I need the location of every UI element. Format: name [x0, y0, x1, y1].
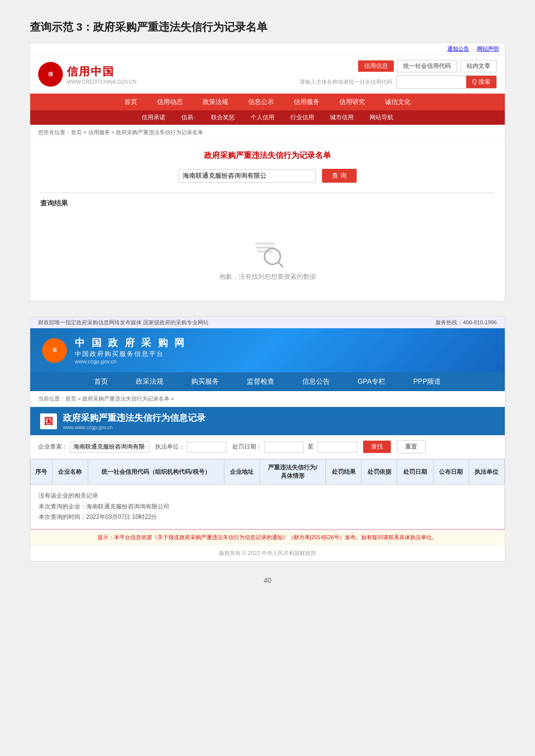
org-input[interactable]: [187, 442, 226, 453]
site2-nav-home[interactable]: 首页: [80, 372, 122, 391]
company-search-field: 企业查索：: [38, 442, 149, 453]
nav1-info-disclosure[interactable]: 信息公示: [238, 94, 284, 110]
col-punish-date: 处罚日期: [397, 459, 433, 485]
company-label: 企业查索：: [38, 443, 68, 451]
statement-link[interactable]: 网站声明: [477, 45, 499, 52]
svg-rect-0: [255, 243, 275, 245]
site2-nav-purchase[interactable]: 购买服务: [177, 372, 233, 391]
date-label: 处罚日期：: [232, 443, 262, 451]
site1-search-row: 请输入主体名称或者统一社会信用代码 Q 搜索: [300, 75, 497, 89]
nav2-industry-credit[interactable]: 行业信用: [282, 110, 322, 125]
records-table: 序号 企业名称 统一社会信用代码（组织机构代码/税号） 企业地址 严重违法失信行…: [30, 459, 505, 529]
site1-tabs: 信用信息 统一社会信用代码 站内文章: [358, 60, 497, 72]
logo-text: 信用中国 WWW.CREDITCHINA.GOV.CN: [67, 64, 136, 85]
site2-container: 财政部唯一指定政府采购信息网络发布媒体 国家级政府的采购专业网站 服务热线：40…: [30, 316, 505, 561]
content-title: 政府采购严重违法失信行为记录名单: [40, 151, 495, 161]
empty-state: 抱歉，没有找到您想要搜索的数据: [40, 218, 495, 291]
nav2-personal-credit[interactable]: 个人信用: [243, 110, 282, 125]
nav2-joint-reward[interactable]: 联合奖惩: [203, 110, 243, 125]
empty-line2: 本次查询的企业：海南联通克服纷咨询询有限公司: [39, 502, 496, 512]
search-input[interactable]: [397, 77, 466, 88]
nav2-site-nav[interactable]: 网站导航: [362, 110, 401, 125]
search-button[interactable]: Q 搜索: [466, 76, 496, 88]
date-from-input[interactable]: [264, 442, 304, 453]
date-to-input[interactable]: [318, 442, 357, 453]
col-enforcer: 执法单位: [469, 459, 504, 485]
site2-logo-text: 中 国 政 府 采 购 网 中国政府购买服务信息平台 www.ccgp.gov.…: [75, 336, 186, 364]
site2-tip: 提示：本平台信息依据《关于报送政府采购严重违法失信行为信息记录的通知》（财办库[…: [30, 529, 505, 545]
col-basis: 处罚依据: [362, 459, 397, 485]
results-title: 查询结果: [40, 199, 495, 208]
topbar-left: 财政部唯一指定政府采购信息网络发布媒体 国家级政府的采购专业网站: [38, 319, 209, 326]
nav2-city-credit[interactable]: 城市信用: [322, 110, 362, 125]
query-button[interactable]: 查 询: [322, 169, 357, 183]
site1-breadcrumb: 您所在位置：首页 > 信用服务 > 政府采购严重违法失信行为记录名单: [30, 125, 505, 141]
site1-search-area: 信用信息 统一社会信用代码 站内文章 请输入主体名称或者统一社会信用代码 Q 搜…: [146, 60, 497, 89]
date-to-separator: 至: [308, 443, 314, 451]
nav1-credit-research[interactable]: 信用研究: [329, 94, 375, 110]
record-header: 国 政府采购严重违法失信行为信息记录 www.www.ccgp.gov.cn: [30, 407, 505, 435]
nav1-home[interactable]: 首页: [114, 94, 147, 110]
site2-reset-button[interactable]: 重置: [397, 440, 426, 454]
nav1-policy[interactable]: 政策法规: [193, 94, 238, 110]
site2-topbar: 财政部唯一指定政府采购信息网络发布媒体 国家级政府的采购专业网站 服务热线：40…: [30, 317, 505, 328]
tab-credit-info[interactable]: 信用信息: [358, 60, 394, 72]
col-no: 序号: [31, 459, 53, 485]
table-header-row: 序号 企业名称 统一社会信用代码（组织机构代码/税号） 企业地址 严重违法失信行…: [31, 459, 505, 485]
company-search-input[interactable]: [178, 169, 316, 183]
section-title: 查询示范 3：政府采购严重违法失信行为记录名单: [30, 20, 505, 35]
notice-link[interactable]: 通知公告: [447, 45, 469, 52]
search-hint: 请输入主体名称或者统一社会信用代码: [300, 78, 392, 86]
site2-logo-url: www.ccgp.gov.cn: [75, 358, 186, 364]
date-search-field: 处罚日期： 至: [232, 442, 357, 453]
site2-logo-icon: 采: [42, 338, 67, 363]
logo-url: WWW.CREDITCHINA.GOV.CN: [67, 79, 136, 85]
org-label: 执法单位：: [155, 443, 185, 451]
org-search-field: 执法单位：: [155, 442, 226, 453]
nav1-integrity-culture[interactable]: 诚信文化: [375, 94, 421, 110]
empty-message: 没有该企业的相关记录 本次查询的企业：海南联通克服纷咨询询有限公司 本次查询的时…: [39, 491, 496, 523]
col-violation: 严重违法失信行为/具体情形: [260, 459, 326, 485]
empty-line1: 没有该企业的相关记录: [39, 491, 496, 502]
empty-data-row: 没有该企业的相关记录 本次查询的企业：海南联通克服纷咨询询有限公司 本次查询的时…: [31, 485, 505, 529]
site2-nav-gpa[interactable]: GPA专栏: [344, 372, 400, 391]
topbar-right: 服务热线：400-810-1996: [435, 319, 497, 326]
page-number: 40: [30, 576, 505, 584]
tab-site-article[interactable]: 站内文章: [460, 60, 497, 72]
site2-breadcrumb: 当前位置：首页 » 政府采购严重违法失信行为记录名单 »: [30, 391, 505, 407]
site1-topbar: 通知公告 网站声明: [30, 43, 505, 55]
empty-text: 抱歉，没有找到您想要搜索的数据: [219, 272, 316, 281]
brand-name: 信用中国: [67, 64, 136, 79]
company-input[interactable]: [70, 442, 149, 453]
site2-nav-ppp[interactable]: PPP频道: [399, 372, 455, 391]
site2-nav: 首页 政采法规 购买服务 监督检查 信息公告 GPA专栏 PPP频道: [30, 372, 505, 391]
site2-search-bar: 企业查索： 执法单位： 处罚日期： 至 查找 重置: [30, 435, 505, 459]
site1-nav1: 首页 信用动态 政策法规 信息公示 信用服务 信用研究 诚信文化: [30, 94, 505, 110]
site1-query-form: 查 询: [40, 169, 495, 183]
site2-brand-name: 中 国 政 府 采 购 网: [75, 336, 186, 350]
logo-icon: 信: [38, 62, 63, 87]
site1-content: 政府采购严重违法失信行为记录名单 查 询 查询结果: [30, 141, 505, 301]
nav1-credit-service[interactable]: 信用服务: [284, 94, 329, 110]
site2-footer: 版权所有 © 2022 中华人民共和国财政部: [30, 545, 505, 561]
nav2-credit-easy[interactable]: 信易·: [173, 110, 203, 125]
tab-social-code[interactable]: 统一社会信用代码: [397, 60, 457, 72]
site2-search-button[interactable]: 查找: [363, 441, 391, 453]
site2-logo-sub: 中国政府购买服务信息平台: [75, 350, 186, 358]
nav1-credit-dynamic[interactable]: 信用动态: [147, 94, 193, 110]
col-publish-date: 公布日期: [433, 459, 469, 485]
svg-line-4: [278, 262, 283, 267]
nav2-credit-commitment[interactable]: 信用承诺: [134, 110, 173, 125]
record-header-title: 政府采购严重违法失信行为信息记录: [63, 412, 206, 424]
record-header-url: www.www.ccgp.gov.cn: [63, 425, 206, 430]
site2-nav-policy[interactable]: 政采法规: [122, 372, 177, 391]
results-section: 查询结果 抱歉，没有找到您想要搜索的数据: [40, 193, 495, 291]
search-box: Q 搜索: [396, 75, 497, 89]
record-header-icon: 国: [40, 413, 57, 429]
site2-table-wrapper: 序号 企业名称 统一社会信用代码（组织机构代码/税号） 企业地址 严重违法失信行…: [30, 459, 505, 529]
site1-header: 信 信用中国 WWW.CREDITCHINA.GOV.CN 信用信息 统一社会信…: [30, 55, 505, 94]
site2-nav-info[interactable]: 信息公告: [288, 372, 344, 391]
page-wrapper: 查询示范 3：政府采购严重违法失信行为记录名单 通知公告 网站声明 信 信用中国…: [0, 0, 535, 756]
site2-nav-supervision[interactable]: 监督检查: [233, 372, 288, 391]
empty-cell: 没有该企业的相关记录 本次查询的企业：海南联通克服纷咨询询有限公司 本次查询的时…: [31, 485, 505, 529]
